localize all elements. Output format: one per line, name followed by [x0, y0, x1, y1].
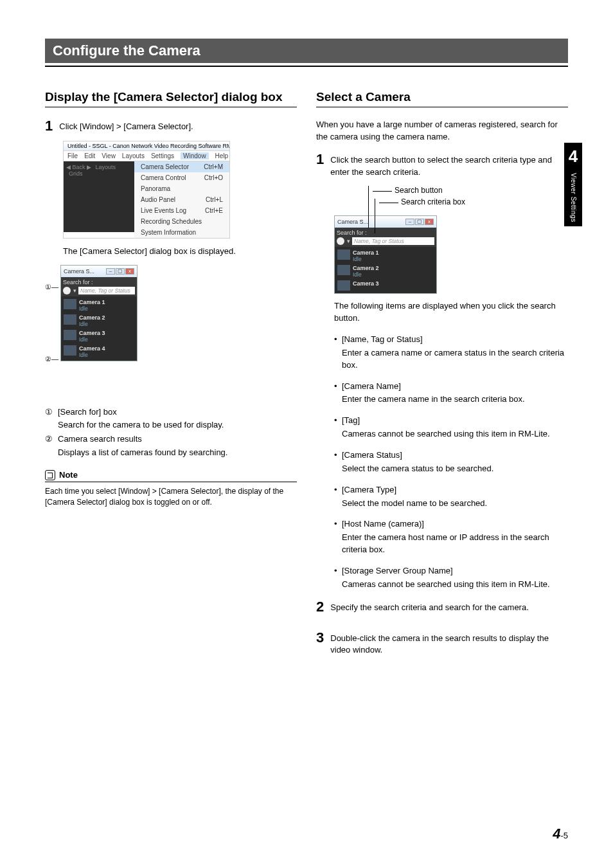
menu-help[interactable]: Help [215, 152, 229, 159]
menu-item-label: Camera Selector [141, 163, 189, 170]
figure-label-group: Search button Search criteria box [334, 186, 568, 206]
menu-view[interactable]: View [102, 152, 116, 159]
search-dropdown-icon[interactable]: ▾ [72, 287, 77, 294]
heading-rule [45, 107, 297, 107]
note-heading: Note [45, 470, 297, 482]
dialog-title: Camera S... [64, 268, 94, 275]
chapter-label: Viewer Settings [570, 173, 577, 222]
option-desc: Enter the camera name in the search crit… [342, 393, 568, 406]
option-title: [Camera Type] [342, 485, 396, 494]
menu-item-label: System Information [141, 229, 196, 236]
option-item: •[Host Name (camera)]Enter the camera ho… [334, 518, 568, 556]
list-item[interactable]: Camera 1Idle [336, 248, 435, 264]
dialog-titlebar: Camera S... – ▢ x [61, 266, 137, 277]
footer-page: -5 [560, 831, 568, 840]
menu-item-camera-control[interactable]: Camera ControlCtrl+O [134, 172, 229, 183]
option-title: [Camera Name] [342, 381, 401, 391]
list-item[interactable]: Camera 3 [336, 279, 435, 292]
minimize-icon[interactable]: – [106, 268, 115, 275]
close-icon[interactable]: x [125, 268, 134, 275]
search-options-list: •[Name, Tag or Status]Enter a camera nam… [334, 334, 568, 591]
list-item[interactable]: Camera 4Idle [62, 344, 136, 359]
legend-title: Camera search results [58, 433, 227, 445]
menu-file[interactable]: File [67, 152, 78, 159]
step-text: Click [Window] > [Camera Selector]. [59, 119, 193, 133]
right-heading: Select a Camera [316, 90, 568, 104]
window-buttons: – ▢ x [405, 219, 434, 225]
minimize-icon[interactable]: – [405, 219, 414, 225]
menu-item-live-events-log[interactable]: Live Events LogCtrl+E [134, 205, 229, 216]
list-item[interactable]: Camera 3Idle [62, 329, 136, 344]
chapter-side-tab: 4 Viewer Settings [564, 143, 582, 226]
maximize-icon[interactable]: ▢ [116, 268, 125, 275]
menu-item-accel: Ctrl+L [206, 196, 223, 203]
search-icon[interactable] [337, 237, 344, 245]
chapter-number: 4 [564, 143, 582, 167]
option-item: •[Camera Name]Enter the camera name in t… [334, 381, 568, 406]
search-dropdown-icon[interactable]: ▾ [346, 238, 351, 244]
option-item: •[Camera Status]Select the camera status… [334, 449, 568, 475]
menu-item-audio-panel[interactable]: Audio PanelCtrl+L [134, 194, 229, 205]
menu-item-panorama[interactable]: Panorama [134, 183, 229, 194]
window-dropdown: Camera SelectorCtrl+M Camera ControlCtrl… [134, 161, 229, 238]
search-input[interactable]: Name, Tag or Status [78, 287, 135, 294]
menu-window[interactable]: Window [181, 152, 209, 159]
step-number: 1 [316, 152, 324, 179]
option-title: [Host Name (camera)] [342, 519, 424, 529]
left-column: Display the [Camera Selector] dialog box… [45, 90, 297, 664]
figure-legend: ① [Search for] boxSearch for the camera … [45, 406, 297, 458]
menu-layouts[interactable]: Layouts [122, 152, 145, 159]
option-title: [Tag] [342, 415, 360, 425]
camera-thumb-icon [64, 345, 76, 356]
maximize-icon[interactable]: ▢ [415, 219, 424, 225]
option-item: •[Name, Tag or Status]Enter a camera nam… [334, 334, 568, 372]
close-icon[interactable]: x [425, 219, 434, 225]
layouts-button[interactable]: Layouts [96, 164, 116, 170]
grids-button[interactable]: Grids [69, 170, 83, 177]
figure-menubar: Untitled - SSGL - Canon Network Video Re… [63, 141, 230, 239]
option-desc: Cameras cannot be searched using this it… [342, 579, 568, 591]
menu-edit[interactable]: Edit [84, 152, 95, 159]
step-number: 1 [45, 119, 53, 133]
camera-thumb-icon [64, 299, 76, 309]
right-step-1: 1 Click the search button to select the … [316, 152, 568, 179]
search-icon[interactable] [63, 287, 71, 294]
list-item[interactable]: Camera 2Idle [62, 313, 136, 329]
menu-item-recording-schedules[interactable]: Recording Schedules [134, 216, 229, 227]
page-footer: 4-5 [553, 826, 568, 842]
menu-item-accel: Ctrl+M [204, 163, 223, 170]
legend-num: ② [45, 433, 54, 458]
heading-rule [316, 107, 568, 107]
right-column: Select a Camera When you have a large nu… [316, 90, 568, 664]
option-desc: Enter a camera name or camera status in … [342, 347, 568, 372]
intro-paragraph: When you have a large number of cameras … [316, 119, 568, 143]
camera-name: Camera 3 [353, 280, 379, 287]
note-label: Note [59, 470, 78, 480]
label-search-button: Search button [373, 186, 568, 195]
option-item: •[Storage Server Group Name]Cameras cann… [334, 565, 568, 591]
option-item: •[Camera Type]Select the model name to b… [334, 484, 568, 510]
legend-title: [Search for] box [58, 406, 224, 418]
list-item[interactable]: Camera 1Idle [62, 298, 136, 313]
legend-item: ① [Search for] boxSearch for the camera … [45, 406, 297, 431]
figure-camera-selector-wrap: ①— ②— Camera S... – ▢ x Search for : [45, 265, 297, 400]
camera-thumb-icon [64, 314, 76, 325]
menu-item-camera-selector[interactable]: Camera SelectorCtrl+M [134, 161, 229, 172]
camera-selector-dialog: Camera S... – ▢ x Search for : ▾ Name, T… [60, 265, 138, 361]
left-step-1: 1 Click [Window] > [Camera Selector]. [45, 119, 297, 133]
search-input[interactable]: Name, Tag or Status [352, 237, 434, 245]
list-item[interactable]: Camera 2Idle [336, 264, 435, 279]
step-number: 3 [316, 631, 324, 657]
back-button[interactable]: ◀ Back ▶ [66, 164, 91, 170]
menu-item-label: Panorama [141, 185, 170, 192]
menu-settings[interactable]: Settings [151, 152, 174, 159]
camera-selector-dialog-annotated: Camera S... – ▢ x Search for : ▾ Name, T… [334, 215, 437, 294]
label-search-criteria-box: Search criteria box [379, 197, 568, 206]
camera-status: Idle [79, 321, 105, 327]
option-desc: Enter the camera host name or IP address… [342, 532, 568, 556]
search-for-box: Search for : ▾ Name, Tag or Status [61, 277, 137, 296]
dialog-titlebar: Camera S... – ▢ x [335, 216, 436, 228]
legend-item: ② Camera search resultsDisplays a list o… [45, 433, 297, 458]
dialog-title: Camera S... [337, 219, 368, 225]
menu-item-system-information[interactable]: System Information [134, 227, 229, 238]
